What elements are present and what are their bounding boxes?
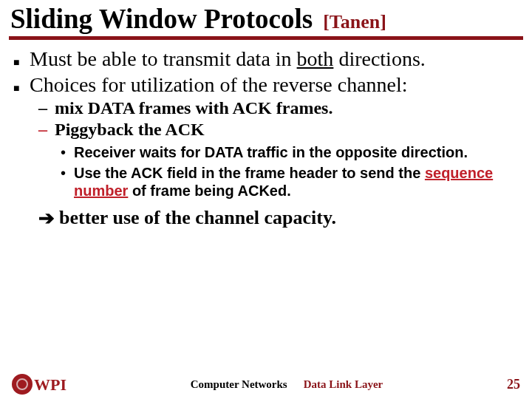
conclusion-text: better use of the channel capacity.	[59, 207, 336, 230]
subsub-bullet-text: Receiver waits for DATA traffic in the o…	[74, 143, 468, 161]
subsub-bullet-item: • Receiver waits for DATA traffic in the…	[61, 143, 519, 161]
subsub-bullet-item: • Use the ACK field in the frame header …	[61, 164, 519, 200]
dash-bullet-icon: –	[38, 120, 55, 140]
title-row: Sliding Window Protocols [Tanen]	[0, 0, 532, 35]
footer-center: Computer Networks Data Link Layer	[191, 378, 383, 391]
bullet-text: Must be able to transmit data in both di…	[30, 47, 426, 70]
subsub-bullet-text: Use the ACK field in the frame header to…	[74, 164, 519, 200]
square-bullet-icon: ■	[13, 47, 30, 70]
slide: Sliding Window Protocols [Tanen] ■ Must …	[0, 0, 532, 399]
wpi-logo: WPI	[12, 374, 66, 395]
seal-icon	[12, 374, 33, 395]
sub-bullet-text: Piggyback the ACK	[55, 120, 205, 140]
page-number: 25	[507, 377, 520, 392]
dot-bullet-icon: •	[61, 164, 74, 200]
conclusion-line: ➔ better use of the channel capacity.	[38, 207, 519, 230]
square-bullet-icon: ■	[13, 73, 30, 96]
dot-bullet-icon: •	[61, 143, 74, 161]
bullet-item: ■ Must be able to transmit data in both …	[13, 47, 519, 70]
sub-bullet-item: – Piggyback the ACK	[38, 120, 519, 140]
title-citation: [Tanen]	[323, 11, 386, 33]
footer-course: Computer Networks	[191, 378, 287, 391]
dash-bullet-icon: –	[38, 98, 55, 119]
sub-bullet-item: – mix DATA frames with ACK frames.	[38, 98, 519, 119]
arrow-right-icon: ➔	[38, 207, 59, 230]
footer-topic: Data Link Layer	[304, 378, 383, 391]
sub-bullet-text: mix DATA frames with ACK frames.	[55, 98, 332, 119]
bullet-text: Choices for utilization of the reverse c…	[30, 73, 408, 96]
bullet-item: ■ Choices for utilization of the reverse…	[13, 73, 519, 96]
slide-footer: WPI Computer Networks Data Link Layer 25	[0, 374, 532, 395]
logo-text: WPI	[34, 375, 66, 395]
slide-title: Sliding Window Protocols	[10, 3, 313, 35]
slide-body: ■ Must be able to transmit data in both …	[0, 40, 532, 230]
